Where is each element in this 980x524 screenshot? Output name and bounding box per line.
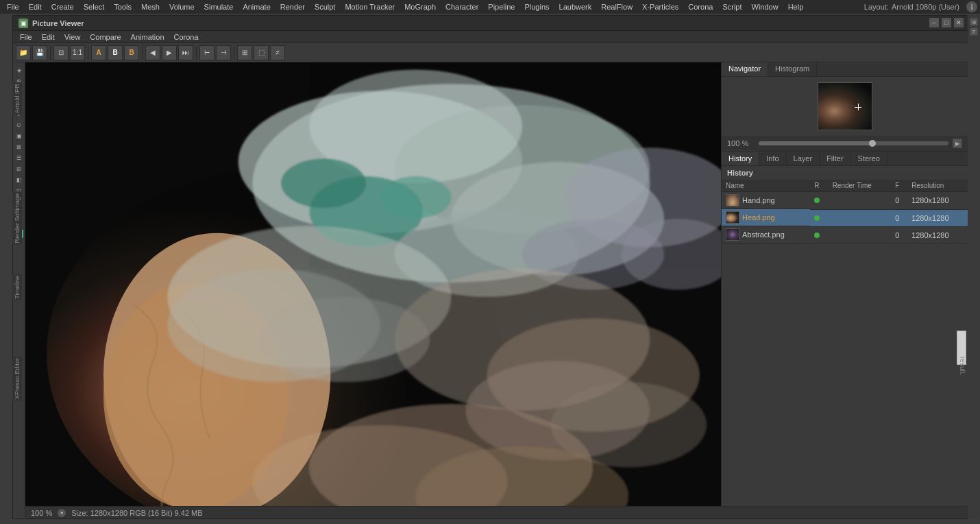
menu-select[interactable]: Select <box>79 1 109 12</box>
menu-volume[interactable]: Volume <box>165 1 199 12</box>
menu-corona[interactable]: Corona <box>684 1 717 12</box>
menu-simulate[interactable]: Simulate <box>200 1 238 12</box>
menu-motion-tracker[interactable]: Motion Tracker <box>341 1 399 12</box>
menu-window[interactable]: Window <box>748 1 783 12</box>
table-row[interactable]: Abstract.png 0 1280x1280 <box>722 226 968 243</box>
close-button[interactable]: ✕ <box>954 18 964 27</box>
pv-window-controls: ─ □ ✕ <box>929 18 964 27</box>
svg-point-9 <box>380 176 452 219</box>
pv-title-text: Picture Viewer <box>32 19 84 27</box>
menu-mesh[interactable]: Mesh <box>137 1 164 12</box>
sidebar-icon-10[interactable]: ⊞ <box>14 164 24 174</box>
sidebar-icon-1[interactable]: ◈ <box>14 65 24 75</box>
row-render-time <box>829 226 892 243</box>
pv-menu-edit[interactable]: Edit <box>38 32 59 42</box>
menu-character[interactable]: Character <box>441 1 482 12</box>
tab-filter[interactable]: Filter <box>820 152 850 165</box>
tb-btn-diff[interactable]: ≠ <box>270 45 285 60</box>
menu-mograph[interactable]: MoGraph <box>400 1 440 12</box>
menu-edit[interactable]: Edit <box>25 1 46 12</box>
row-render-time <box>829 209 892 226</box>
pv-menu-file[interactable]: File <box>16 32 36 42</box>
menu-plugins[interactable]: Plugins <box>520 1 553 12</box>
status-dot <box>814 233 820 238</box>
render-canvas <box>25 62 721 517</box>
row-r <box>810 192 828 210</box>
tb-separator-4 <box>196 46 197 60</box>
status-bar: 100 % ● Size: 1280x1280 RGB (16 Bit) 9.4… <box>25 506 968 519</box>
tab-stereo[interactable]: Stereo <box>851 152 887 165</box>
tb-btn-region[interactable]: ⊞ <box>237 45 252 60</box>
row-thumb-name: Head.png <box>722 209 810 226</box>
progress-arrow-btn[interactable]: ▶ <box>953 139 962 148</box>
tb-btn-compare[interactable]: ⬚ <box>254 45 269 60</box>
minimize-button[interactable]: ─ <box>929 18 939 27</box>
tb-btn-bold[interactable]: B <box>108 45 123 60</box>
sidebar-icon-7[interactable]: ▣ <box>14 131 24 141</box>
status-dot <box>814 198 820 203</box>
tb-btn-text[interactable]: A <box>91 45 106 60</box>
status-dot <box>814 215 820 221</box>
menu-realflow[interactable]: RealFlow <box>597 1 637 12</box>
menu-render[interactable]: Render <box>276 1 309 12</box>
layout-info: Layout: Arnold 1080p (User) <box>864 0 959 14</box>
menu-laubwerk[interactable]: Laubwerk <box>555 1 596 12</box>
tb-btn-frame-left[interactable]: ⊢ <box>199 45 215 60</box>
menu-animate[interactable]: Animate <box>238 1 274 12</box>
extra-right-icons: ⊕ T <box>968 15 980 38</box>
history-section: History Name R Render Time F Resolution <box>722 166 968 517</box>
tb-btn-zoom-1[interactable]: 1:1 <box>70 45 85 60</box>
tab-navigator[interactable]: Navigator <box>722 62 768 76</box>
menu-tools[interactable]: Tools <box>110 1 136 12</box>
layout-label: Layout: <box>864 3 889 11</box>
tb-btn-play[interactable]: ▶ <box>162 45 177 60</box>
sidebar-icon-6[interactable]: ⊙ <box>14 120 24 130</box>
history-header-row: Name R Render Time F Resolution <box>722 180 968 192</box>
row-f: 0 <box>891 226 907 243</box>
row-thumb-name: Abstract.png <box>722 226 810 243</box>
row-r <box>810 209 828 226</box>
sidebar-icon-8[interactable]: ⊠ <box>14 142 24 152</box>
pv-menu-compare[interactable]: Compare <box>86 32 125 42</box>
layout-value: Arnold 1080p (User) <box>892 3 959 11</box>
menu-xparticles[interactable]: X-Particles <box>638 1 683 12</box>
pv-menu-animation[interactable]: Animation <box>127 32 169 42</box>
tb-btn-zoom-fit[interactable]: ⊡ <box>53 45 69 60</box>
image-viewport <box>25 62 721 517</box>
menu-script[interactable]: Script <box>718 1 746 12</box>
tb-btn-open[interactable]: 📁 <box>16 45 31 60</box>
menu-create[interactable]: Create <box>47 1 78 12</box>
tab-histogram[interactable]: Histogram <box>768 62 817 76</box>
menu-help[interactable]: Help <box>784 1 808 12</box>
table-row[interactable]: Hand.png 0 1280x1280 <box>722 192 968 210</box>
nav-thumbnail[interactable] <box>818 82 872 130</box>
sidebar-icon-9[interactable]: ☰ <box>14 153 24 163</box>
pv-titlebar: ▣ Picture Viewer ─ □ ✕ <box>13 16 968 31</box>
tab-history[interactable]: History <box>722 152 759 165</box>
maximize-button[interactable]: □ <box>942 18 951 27</box>
history-table-head: Name R Render Time F Resolution <box>722 180 968 192</box>
right-panel: Navigator Histogram 100 % ▶ <box>721 62 968 517</box>
menu-file[interactable]: File <box>3 1 23 12</box>
table-row[interactable]: Head.png 0 1280x1280 <box>722 209 968 226</box>
tb-btn-bold2[interactable]: B <box>124 45 139 60</box>
extra-icon-2[interactable]: T <box>970 27 978 36</box>
progress-dot[interactable] <box>869 140 876 147</box>
menu-pipeline[interactable]: Pipeline <box>484 1 519 12</box>
menu-sculpt[interactable]: Sculpt <box>310 1 340 12</box>
col-r: R <box>810 180 828 192</box>
tb-btn-prev[interactable]: ◀ <box>145 45 160 60</box>
progress-track[interactable] <box>759 141 948 145</box>
tb-btn-save[interactable]: 💾 <box>32 45 47 60</box>
pv-menu-view[interactable]: View <box>60 32 85 42</box>
pv-menu-corona[interactable]: Corona <box>170 32 203 42</box>
tab-info[interactable]: Info <box>759 152 786 165</box>
extra-icon-1[interactable]: ⊕ <box>970 18 978 26</box>
tb-btn-frame-right[interactable]: ⊣ <box>216 45 231 60</box>
svg-point-8 <box>281 158 366 209</box>
info-icon[interactable]: i <box>966 1 977 12</box>
sidebar-icon-11[interactable]: ◧ <box>14 175 24 184</box>
tb-btn-next[interactable]: ⏭ <box>178 45 193 60</box>
row-f: 0 <box>891 209 907 226</box>
tab-layer[interactable]: Layer <box>787 152 820 165</box>
